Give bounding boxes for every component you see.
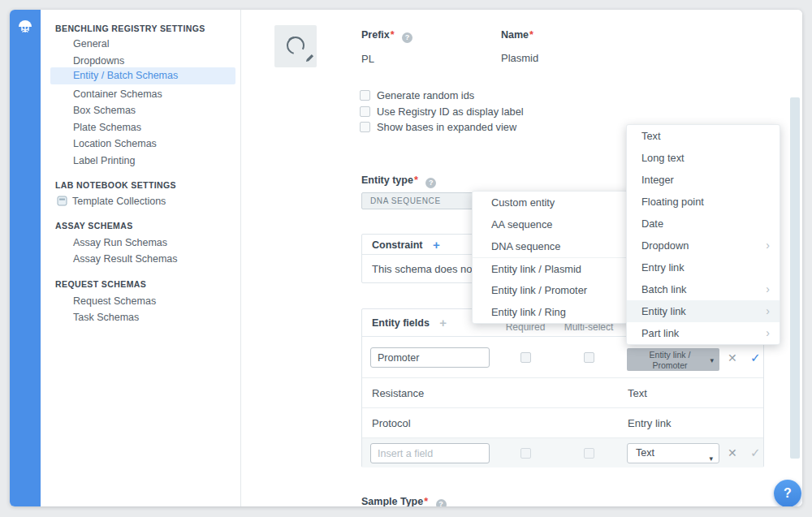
field-type: Entry link xyxy=(628,408,671,438)
menu-item-long-text[interactable]: Long text xyxy=(627,147,780,169)
add-constraint-icon[interactable]: + xyxy=(433,238,440,252)
submenu-chevron-icon: › xyxy=(766,322,770,344)
sample-type-label: Sample Type* ? xyxy=(361,496,447,506)
name-label: Name* xyxy=(501,29,533,41)
field-row-insert: Text ▾ ✕ ✓ xyxy=(362,438,763,467)
prefix-label: Prefix* ? xyxy=(361,29,412,43)
menu-item-text[interactable]: Text xyxy=(627,125,780,147)
cancel-field-icon[interactable]: ✕ xyxy=(728,351,737,364)
field-type-dropdown-button[interactable]: Entity link / Promoter ▾ xyxy=(627,348,719,371)
sidebar-section-header: LAB NOTEBOOK SETTINGS xyxy=(55,180,176,190)
sidebar-item-assay-run-schemas[interactable]: Assay Run Schemas xyxy=(50,235,235,252)
help-circle-icon[interactable]: ? xyxy=(436,499,447,506)
menu-item-integer[interactable]: Integer xyxy=(627,169,780,191)
caret-down-icon: ▾ xyxy=(710,355,714,366)
submenu-chevron-icon: › xyxy=(766,300,770,322)
help-circle-icon[interactable]: ? xyxy=(425,178,436,188)
caret-down-icon: ▾ xyxy=(709,450,713,468)
cancel-field-icon[interactable]: ✕ xyxy=(728,446,737,459)
checkbox-generate-random-ids[interactable]: Generate random ids xyxy=(360,89,474,101)
sidebar-item-box-schemas[interactable]: Box Schemas xyxy=(50,102,235,119)
menu-item-part-link[interactable]: Part link› xyxy=(627,322,780,344)
name-value[interactable]: Plasmid xyxy=(501,52,538,64)
scrollbar-thumb[interactable] xyxy=(790,97,800,459)
sidebar-section-header: REQUEST SCHEMAS xyxy=(55,279,146,289)
checkbox[interactable] xyxy=(360,106,370,117)
entity-type-menu: Custom entity AA sequence DNA sequence E… xyxy=(472,191,630,324)
edit-pencil-icon[interactable] xyxy=(305,51,314,66)
plasmid-avatar-icon xyxy=(283,33,308,58)
menu-item-floating-point[interactable]: Floating point xyxy=(627,191,780,213)
sidebar-item-container-schemas[interactable]: Container Schemas xyxy=(50,86,235,103)
sidebar-item-template-collections[interactable]: Template Collections xyxy=(50,193,235,210)
multi-select-checkbox[interactable] xyxy=(584,448,594,459)
checkbox-show-bases[interactable]: Show bases in expanded view xyxy=(360,121,516,133)
menu-item-entity-link-plasmid[interactable]: Entity link / Plasmid xyxy=(473,257,629,279)
field-row-protocol[interactable]: Protocol Entry link xyxy=(362,408,763,438)
benchling-logo-icon[interactable] xyxy=(17,19,33,40)
menu-item-entry-link[interactable]: Entry link xyxy=(627,256,780,278)
help-button[interactable]: ? xyxy=(774,480,801,506)
required-checkbox[interactable] xyxy=(520,352,531,363)
menu-item-dropdown[interactable]: Dropdown› xyxy=(627,235,780,256)
insert-field-input[interactable] xyxy=(370,443,490,463)
sidebar-item-assay-result-schemas[interactable]: Assay Result Schemas xyxy=(50,251,235,268)
menu-item-batch-link[interactable]: Batch link› xyxy=(627,278,780,300)
field-type: Text xyxy=(628,378,647,408)
schema-icon-box[interactable] xyxy=(274,25,317,67)
sidebar-item-location-schemas[interactable]: Location Schemas xyxy=(50,136,235,153)
sidebar-item-task-schemas[interactable]: Task Schemas xyxy=(50,309,235,326)
field-type-menu: Text Long text Integer Floating point Da… xyxy=(626,124,780,345)
sidebar-item-label: Template Collections xyxy=(72,196,166,207)
submenu-chevron-icon: › xyxy=(766,278,770,300)
menu-item-entity-link[interactable]: Entity link› xyxy=(627,300,780,322)
sidebar-item-request-schemas[interactable]: Request Schemas xyxy=(50,293,235,310)
template-collections-icon xyxy=(57,195,67,212)
checkbox-use-registry-id[interactable]: Use Registry ID as display label xyxy=(360,106,524,118)
menu-item-aa-sequence[interactable]: AA sequence xyxy=(473,213,629,235)
menu-item-entity-link-ring[interactable]: Entity link / Ring xyxy=(473,301,629,323)
sidebar-item-general[interactable]: General xyxy=(50,36,235,53)
app-rail xyxy=(10,10,41,506)
sidebar-section-header: ASSAY SCHEMAS xyxy=(55,221,133,230)
checkbox[interactable] xyxy=(360,90,370,101)
field-name: Protocol xyxy=(372,408,411,438)
field-row-resistance[interactable]: Resistance Text xyxy=(362,378,763,408)
checkbox[interactable] xyxy=(360,122,370,132)
add-field-icon[interactable]: + xyxy=(439,316,447,330)
field-type-dropdown-button[interactable]: Text ▾ xyxy=(627,443,719,463)
sidebar-item-label-printing[interactable]: Label Printing xyxy=(50,153,235,170)
multi-select-checkbox[interactable] xyxy=(584,352,594,363)
confirm-field-icon[interactable]: ✓ xyxy=(750,446,761,460)
entity-type-select[interactable]: DNA SEQUENCE xyxy=(361,192,477,209)
sidebar-item-entity-batch-schemas[interactable]: Entity / Batch Schemas xyxy=(50,67,235,84)
entity-type-label: Entity type* ? xyxy=(361,174,436,188)
app-window: BENCHLING REGISTRY SETTINGS General Drop… xyxy=(10,10,802,506)
submenu-chevron-icon: › xyxy=(766,235,770,256)
confirm-field-icon[interactable]: ✓ xyxy=(750,351,761,365)
field-name: Resistance xyxy=(372,378,424,408)
help-circle-icon[interactable]: ? xyxy=(402,32,412,43)
menu-item-custom-entity[interactable]: Custom entity xyxy=(473,192,629,213)
field-name-input[interactable] xyxy=(370,347,490,368)
menu-item-dna-sequence[interactable]: DNA sequence xyxy=(473,235,629,257)
menu-item-date[interactable]: Date xyxy=(627,213,780,235)
sidebar-item-plate-schemas[interactable]: Plate Schemas xyxy=(50,119,235,136)
sidebar-section-header: BENCHLING REGISTRY SETTINGS xyxy=(55,24,205,33)
settings-sidebar: BENCHLING REGISTRY SETTINGS General Drop… xyxy=(41,10,241,506)
menu-item-entity-link-promoter[interactable]: Entity link / Promoter xyxy=(473,279,629,301)
prefix-value[interactable]: PL xyxy=(361,53,374,65)
required-checkbox[interactable] xyxy=(520,448,531,459)
